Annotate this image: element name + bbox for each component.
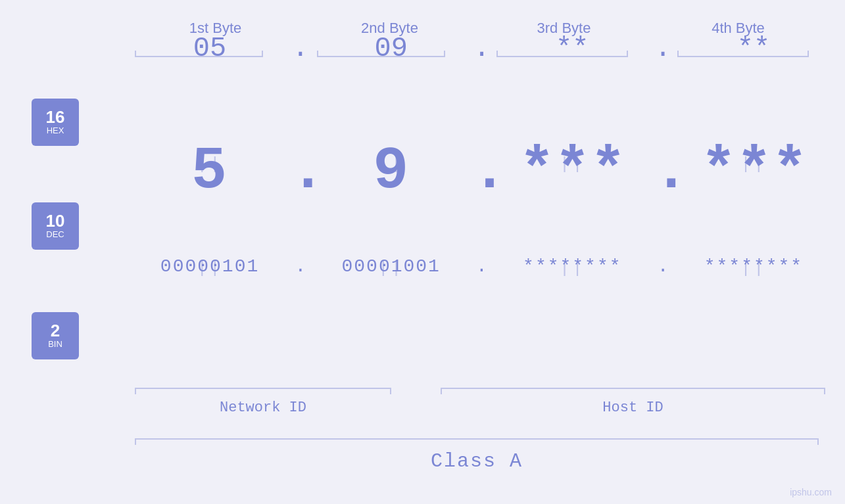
dec-base-num: 10: [46, 212, 65, 229]
dec-b2: 9: [310, 138, 471, 205]
dec-b3: ***: [492, 138, 654, 205]
hex-badge: 16 HEX: [32, 99, 79, 146]
hex-dot-3: .: [654, 33, 672, 64]
dec-badge: 10 DEC: [32, 202, 79, 250]
dec-dot-2: .: [472, 138, 492, 205]
bin-base-label: BIN: [48, 339, 62, 350]
bin-dot-1: .: [291, 256, 310, 277]
class-a-label: Class A: [135, 450, 819, 472]
bin-b2: 00001001: [310, 256, 473, 277]
hex-b3: **: [491, 33, 654, 64]
dec-b1: 5: [128, 138, 290, 205]
network-id-label: Network ID: [135, 400, 391, 416]
bin-dot-2: .: [473, 256, 491, 277]
host-id-label: Host ID: [441, 400, 825, 416]
host-id-bracket: [441, 388, 825, 389]
dec-base-label: DEC: [46, 229, 64, 240]
hex-b1: 05: [128, 33, 291, 64]
network-id-bracket: [135, 388, 391, 389]
hex-base-num: 16: [46, 108, 65, 126]
bin-badge: 2 BIN: [32, 312, 79, 359]
bin-dot-3: .: [654, 256, 672, 277]
hex-dot-2: .: [473, 33, 491, 64]
dec-dot-1: .: [290, 138, 310, 205]
hex-row: 05 . 09 . ** . **: [128, 33, 835, 64]
bin-b4: ********: [672, 256, 835, 277]
bin-b3: ********: [491, 256, 654, 277]
hex-b2: 09: [310, 33, 473, 64]
bin-base-num: 2: [51, 322, 60, 339]
hex-base-label: HEX: [47, 126, 64, 136]
bin-row: 00000101 . 00001001 . ******** . *******…: [128, 256, 835, 277]
hex-b4: **: [672, 33, 835, 64]
main-container: 16 HEX 10 DEC 2 BIN 1st Byte 2nd Byte 3r…: [0, 0, 845, 504]
watermark: ipshu.com: [790, 487, 832, 497]
dec-dot-3: .: [654, 138, 673, 205]
dec-b4: ***: [673, 138, 835, 205]
hex-dot-1: .: [291, 33, 310, 64]
bin-b1: 00000101: [128, 256, 291, 277]
dec-row: 5 . 9 . *** . ***: [128, 138, 835, 205]
class-a-bracket: [135, 438, 819, 440]
